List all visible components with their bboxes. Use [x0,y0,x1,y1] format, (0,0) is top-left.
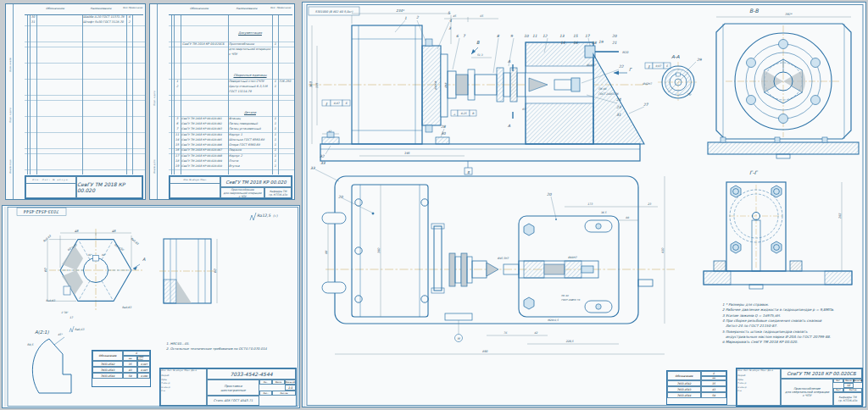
gost-label: ГОСТ 24853-76 [561,298,580,302]
table-rows: 7033-4542 35 7033-4543 43 7033-4544 58 [667,380,726,398]
assembly-sheet: 5301000 (В 802 40 5,0кг) 234* 360 335 45… [302,2,866,408]
row-pos: 16 [174,148,181,152]
document-number: СевГУ ТМ 2018 КР 00.020 [220,176,292,187]
doc-designation: СевГУ ТМ 2018 КР 00.020СБ [182,42,225,47]
roughness-label: Ra0,63 [122,306,132,309]
callout: 4 [449,19,452,23]
col-header-name: Наименование [225,7,269,10]
angle-label: 30° [87,253,92,257]
margin-label: Подп. и дата [9,108,12,123]
row-designation: СевГУ ТМ 2018 КР 00.020.008 [181,154,222,158]
gost-label: ПК 40 [561,294,569,297]
role-label: Утв. [161,390,170,394]
dim-label: 36,5 [601,211,608,214]
row-pos: 19 [174,164,181,168]
row-designation: СевГУ ТМ 2018 КР 00.020.004 [181,133,222,136]
spec1-title-block: Изм. Лист № докум. СевГУ ТМ 2018 КР 00.0… [25,175,143,199]
angle-label: 1°30' [61,311,69,314]
row-qty: 1 [272,148,278,152]
dim-label: 890 [482,350,488,353]
row-name: Поджим [229,148,242,152]
stamp-labels: Изм. Лист № докум. Подп. Дата [161,369,197,372]
row-qty: 1 [272,159,278,163]
row-designation: СевГУ ТМ 2018 КР 00.020.007 [181,148,222,152]
tolerance-frame-parallel: ∥ 0,07 Б [322,100,350,106]
binding-margin [13,4,14,199]
table-header: Обозначение [667,371,701,380]
spec-sheet-1: Инв.№ подл. Подп. и дата Взам. инв.№ Обо… [5,3,146,200]
view-label: Г-Г [749,169,759,175]
part-material: Сталь 40Х ГОСТ 4543-71 [207,396,259,406]
gost-label: ГОСТ 24853-76 [598,92,620,96]
row-name: Штифт 5х30 ГОСТ 3128-70 [83,20,124,24]
row-designation: СевГУ ТМ 2018 КР 00.020.006 [181,143,222,147]
row-name: Палец установочный [229,127,261,130]
row-designation: СевГУ ТМ 2018 КР 00.020.003 [181,127,222,130]
col-header-name: Наименование [79,7,123,10]
cell-tolerance: -0,027 [137,367,150,373]
callout: 14 [560,41,565,45]
callout: 1 [404,16,407,20]
roughness-value: Ra12,5 [257,213,271,218]
cell-tolerance: -0,027 [137,361,150,367]
cell-value: 43 [123,367,137,373]
part-title-block: Изм. Лист № докум. Подп. Дата Разраб.Про… [159,368,297,407]
svg-text:0,07: 0,07 [334,102,341,105]
cell-designation: 7033-4544 [92,373,123,379]
table-header: Обозначение [92,351,123,361]
row-qty: 1 [272,143,278,147]
binding-margin [157,4,158,199]
row-pos: 18 [174,159,181,163]
tolerance-frame: ∥ 0,07 Б [645,63,670,69]
part-code-flipped: 7033-4542-4544 [17,208,66,216]
part-number: 7033-4542-4544 [207,368,296,380]
role-labels: Разраб.Пров.Т.контр.Н.контр.Утв. [737,374,747,394]
spec2-title-block: Изм. № докум. Подп. СевГУ ТМ 2018 КР 00.… [169,175,292,199]
dia-label: Ø42Н7 [643,82,653,86]
note-line: 6 Маркировать СевГУ ТМ 2018 КР 00.020. [722,340,863,345]
dim-label: 430 [661,247,665,253]
dia-label: Ø48 [444,82,448,88]
row-name: Шайба А.20 ГОСТ 11371-78 [83,15,125,19]
margin-label: Подп. и дата [153,91,156,106]
row-name: Шпилька ГОСТ 6560-68 [229,138,264,141]
stamp-labels: Изм. № докум. Подп. [183,179,206,181]
col-header-note: Примечание [128,7,143,9]
scale-label: Масштаб [854,379,862,383]
angle-label: 30° [101,253,106,257]
row-qty: 1 [272,117,278,120]
cell-designation: 7033-4543 [667,386,701,392]
callout: 24 [616,97,621,102]
row-name: Фланец [229,117,241,120]
row-pos: 2 [174,85,181,88]
stamp-labels: Изм. Лист № докум. [32,179,70,181]
row-qty: 1 [272,138,278,141]
callout: 11 [532,34,537,38]
row-pos: 30 [30,15,36,19]
row-name: Корпус 1 [229,133,242,136]
row-qty: 1 [272,133,278,136]
row-qty: 1 [272,85,278,88]
dim-label: 360 [309,81,313,88]
svg-text:0,25: 0,25 [461,112,468,115]
doc-qty: 1 [272,42,278,47]
part-thickness-table: Обозначение δ мм Пред. откл. 7033-4542 3… [92,350,151,387]
spec-sheet-2: Инв.№ дубл. Подп. и дата Обозначение Наи… [149,3,295,200]
role-label: Утв. [737,390,747,394]
row-name: Центр станочный 6-3,3-М [229,85,267,88]
stamp-labels: Изм. Лист № докум. Подп. Дата [737,369,773,372]
dim-label: 228,5 [565,340,574,343]
callout: 15 [573,34,578,38]
row-pos: 6 [174,122,181,125]
view-arrow-label: В [476,40,480,45]
tolerance-frame-perp: ⊥ 0,25 В [451,110,476,116]
row-pos: 7 [174,127,181,130]
dim-label: 48 [112,230,116,233]
document-number: СевГУ ТМ 2018 КР 00.020 [76,176,142,198]
spec1-rows: 30 Шайба А.20 ГОСТ 11371-78 4 31 Штифт 5… [25,15,145,26]
row-qty: 1 [272,154,278,158]
chamfer-label: 45° [58,333,63,336]
dim-label: 173 [587,202,593,206]
cell-designation: 7033-4543 [92,367,123,373]
cell-designation: 7033-4542 [92,361,123,367]
